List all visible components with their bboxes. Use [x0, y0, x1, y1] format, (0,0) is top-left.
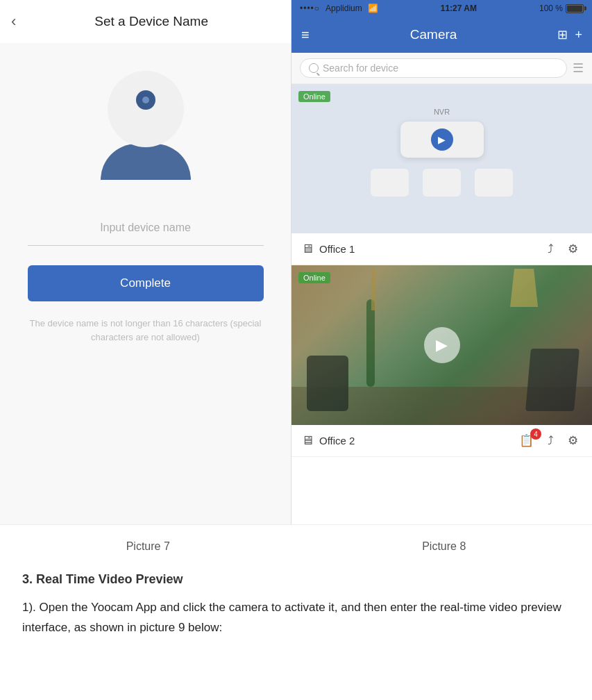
back-button[interactable]: ‹ [11, 12, 16, 31]
time-display: 11:27 AM [441, 3, 477, 13]
battery-icon [566, 4, 584, 13]
camera1-info-row: 🖥 Office 1 ⤴ ⚙ [291, 233, 592, 265]
camera1-device-icon: 🖥 [301, 242, 314, 256]
caption-right: Picture 8 [422, 540, 466, 553]
search-input[interactable]: Search for device [323, 62, 398, 74]
section-heading: 3. Real Time Video Preview [22, 571, 570, 588]
signal-area: ••••○ Applidium 📶 [300, 3, 378, 13]
battery-percent: 100 % [539, 3, 563, 13]
search-input-wrap[interactable]: Search for device [300, 58, 567, 78]
wifi-icon: 📶 [368, 3, 378, 13]
online-badge-1: Online [298, 91, 330, 102]
notification-badge: 4 [530, 428, 541, 440]
nvr-label: NVR [434, 108, 450, 116]
list-view-icon[interactable]: ☰ [573, 60, 584, 76]
nvr-sub-2 [423, 169, 461, 197]
camera-lens [136, 90, 155, 110]
header-icons: ⊞ + [557, 27, 582, 42]
status-bar: ••••○ Applidium 📶 11:27 AM 100 % [291, 0, 592, 17]
search-circle [309, 63, 319, 73]
provider-name: Applidium [325, 3, 362, 13]
camera2-device-icon: 🖥 [301, 433, 314, 448]
battery-area: 100 % [539, 3, 584, 13]
camera1-export-icon[interactable]: ⤴ [543, 241, 558, 258]
search-bar: Search for device ☰ [291, 53, 592, 84]
search-handle [316, 72, 320, 76]
complete-button[interactable]: Complete [28, 265, 264, 301]
camera1-preview: Online NVR ▶ [291, 84, 592, 233]
screenshots-row: ‹ Set a Device Name Input device name Co… [0, 0, 592, 525]
camera2-settings-icon[interactable]: ⚙ [564, 432, 582, 449]
app-header: ≡ Camera ⊞ + [291, 17, 592, 53]
caption-left: Picture 7 [126, 540, 170, 553]
menu-icon[interactable]: ≡ [301, 27, 310, 43]
camera1-settings-icon[interactable]: ⚙ [564, 240, 582, 258]
input-label: Input device name [100, 222, 191, 234]
nvr-play-button[interactable]: ▶ [431, 128, 453, 151]
body-paragraph: 1). Open the Yoocam App and click the ca… [22, 598, 570, 638]
camera-card-2: Online ▶ 🖥 Office 2 📋 4 ⤴ ⚙ [291, 265, 592, 457]
camera-card-1: Online NVR ▶ 🖥 Office 1 ⤴ ⚙ [291, 84, 592, 265]
nav-bar-left: ‹ Set a Device Name [0, 0, 291, 43]
grid-icon[interactable]: ⊞ [557, 27, 568, 42]
nvr-box: NVR ▶ [400, 122, 484, 158]
camera-illustration [101, 71, 191, 180]
battery-fill [567, 6, 582, 12]
nvr-sub-1 [371, 169, 409, 197]
signal-dots: ••••○ [300, 3, 320, 13]
camera2-play-button[interactable]: ▶ [424, 327, 460, 363]
camera2-name: Office 2 [319, 435, 509, 447]
camera2-export-icon[interactable]: ⤴ [543, 433, 558, 449]
search-icon [309, 63, 319, 73]
nvr-sub-cameras [371, 169, 513, 197]
page-title-left: Set a Device Name [23, 14, 280, 29]
camera-lens-inner [142, 97, 149, 103]
camera-head-shape [108, 71, 184, 147]
captions-row: Picture 7 Picture 8 [0, 525, 592, 560]
nvr-device-illustration: NVR ▶ [371, 122, 513, 197]
camera2-preview: Online ▶ [291, 265, 592, 425]
hint-text: The device name is not longer than 16 ch… [0, 317, 291, 344]
app-title: Camera [316, 27, 551, 42]
add-icon[interactable]: + [575, 28, 582, 42]
online-badge-2: Online [298, 272, 330, 283]
camera-body-shape [101, 144, 191, 180]
camera1-name: Office 1 [319, 243, 538, 255]
phone-right: ••••○ Applidium 📶 11:27 AM 100 % ≡ Camer… [291, 0, 592, 524]
camera2-info-row: 🖥 Office 2 📋 4 ⤴ ⚙ [291, 425, 592, 456]
input-underline [28, 245, 264, 246]
body-text-section: 3. Real Time Video Preview 1). Open the … [0, 560, 592, 649]
camera2-chat-wrap: 📋 4 [515, 432, 538, 449]
phone-left: ‹ Set a Device Name Input device name Co… [0, 0, 291, 524]
nvr-sub-3 [475, 169, 513, 197]
